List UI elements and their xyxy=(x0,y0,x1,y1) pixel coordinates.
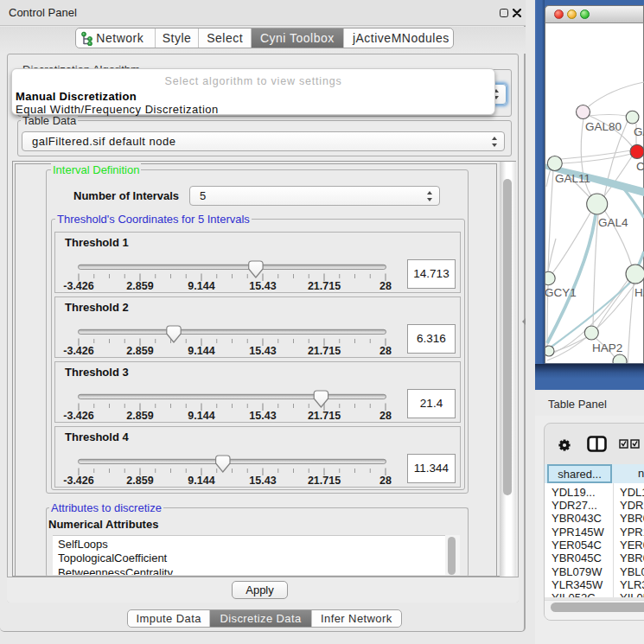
svg-text:15.43: 15.43 xyxy=(249,345,276,357)
svg-text:21.715: 21.715 xyxy=(308,410,341,422)
svg-text:2.859: 2.859 xyxy=(126,345,153,357)
svg-text:-3.426: -3.426 xyxy=(63,475,93,487)
svg-text:GAL4: GAL4 xyxy=(598,216,628,229)
svg-text:HAP2: HAP2 xyxy=(592,341,622,354)
svg-text:9.144: 9.144 xyxy=(188,345,214,357)
svg-text:GAL80: GAL80 xyxy=(585,120,622,133)
svg-text:2.859: 2.859 xyxy=(126,410,153,422)
svg-text:21.715: 21.715 xyxy=(308,345,341,357)
svg-text:9.144: 9.144 xyxy=(188,410,214,422)
svg-text:28: 28 xyxy=(379,475,392,487)
svg-text:HA: HA xyxy=(634,286,644,299)
svg-text:15.43: 15.43 xyxy=(249,475,276,487)
svg-text:-3.426: -3.426 xyxy=(63,345,93,357)
svg-text:28: 28 xyxy=(379,345,392,357)
svg-text:28: 28 xyxy=(379,280,392,292)
svg-text:9.144: 9.144 xyxy=(188,280,214,292)
svg-text:28: 28 xyxy=(379,410,392,422)
svg-text:2.859: 2.859 xyxy=(126,475,153,487)
svg-text:2.859: 2.859 xyxy=(126,280,153,292)
svg-text:GCY1: GCY1 xyxy=(545,286,577,299)
svg-text:GAL11: GAL11 xyxy=(555,172,590,185)
svg-text:CY: CY xyxy=(636,160,644,173)
svg-text:15.43: 15.43 xyxy=(249,280,276,292)
svg-text:GAL7: GAL7 xyxy=(634,125,644,138)
svg-text:-3.426: -3.426 xyxy=(63,410,93,422)
svg-text:21.715: 21.715 xyxy=(308,475,341,487)
svg-text:15.43: 15.43 xyxy=(249,410,276,422)
svg-text:-3.426: -3.426 xyxy=(63,280,93,292)
svg-text:9.144: 9.144 xyxy=(188,475,214,487)
svg-text:21.715: 21.715 xyxy=(308,280,341,292)
